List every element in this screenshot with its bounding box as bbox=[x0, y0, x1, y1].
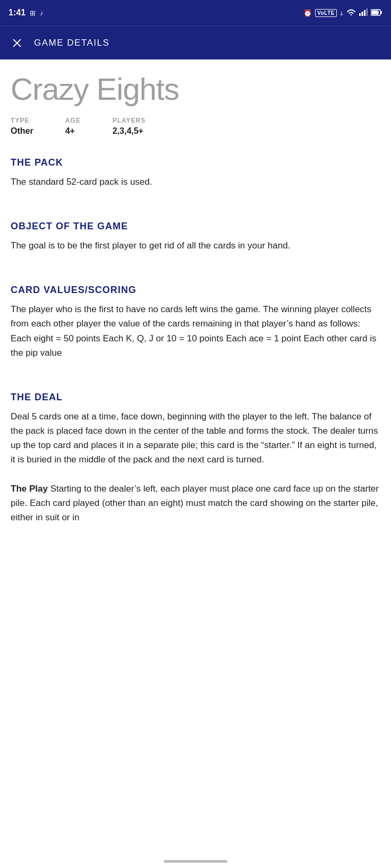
section-heading-object-of-game: OBJECT OF THE GAME bbox=[11, 221, 380, 232]
vibrate-icon: ⫰ bbox=[340, 9, 343, 17]
meta-age-value: 4+ bbox=[65, 126, 81, 136]
meta-players: PLAYERS 2,3,4,5+ bbox=[113, 117, 146, 136]
svg-rect-5 bbox=[381, 11, 382, 14]
close-button[interactable] bbox=[11, 37, 23, 49]
meta-players-label: PLAYERS bbox=[113, 117, 146, 124]
status-bar-left: 1:41 ⊞ ♪ bbox=[8, 8, 44, 18]
svg-rect-1 bbox=[362, 12, 363, 16]
section-object-of-game: OBJECT OF THE GAMEThe goal is to be the … bbox=[11, 221, 380, 253]
section-the-pack: THE PACKThe standard 52-card pack is use… bbox=[11, 157, 380, 189]
meta-age: AGE 4+ bbox=[65, 117, 81, 136]
signal-icon bbox=[359, 8, 368, 18]
section-card-values: CARD VALUES/SCORINGThe player who is the… bbox=[11, 285, 380, 360]
main-content: Crazy Eights TYPE Other AGE 4+ PLAYERS 2… bbox=[0, 59, 391, 578]
status-time: 1:41 bbox=[8, 8, 26, 18]
meta-type-label: TYPE bbox=[11, 117, 33, 124]
screenshot-icon: ⊞ bbox=[30, 9, 36, 17]
section-the-deal: THE DEALDeal 5 cards one at a time, face… bbox=[11, 392, 380, 525]
sections-container: THE PACKThe standard 52-card pack is use… bbox=[11, 157, 380, 557]
music-icon: ♪ bbox=[40, 9, 44, 17]
meta-row: TYPE Other AGE 4+ PLAYERS 2,3,4,5+ bbox=[11, 117, 380, 136]
meta-age-label: AGE bbox=[65, 117, 81, 124]
meta-type: TYPE Other bbox=[11, 117, 33, 136]
section-body-the-deal: Deal 5 cards one at a time, face down, b… bbox=[11, 409, 380, 525]
meta-players-value: 2,3,4,5+ bbox=[113, 126, 146, 136]
status-bar: 1:41 ⊞ ♪ ⏰ VoLTE ⫰ bbox=[0, 0, 391, 25]
game-title: Crazy Eights bbox=[11, 72, 380, 106]
section-body-card-values: The player who is the first to have no c… bbox=[11, 302, 380, 360]
scroll-indicator bbox=[164, 860, 227, 863]
battery-icon bbox=[371, 8, 382, 18]
status-bar-right: ⏰ VoLTE ⫰ bbox=[303, 8, 382, 18]
svg-rect-3 bbox=[367, 8, 368, 16]
section-heading-card-values: CARD VALUES/SCORING bbox=[11, 285, 380, 296]
svg-rect-0 bbox=[359, 13, 361, 16]
toolbar: GAME DETAILS bbox=[0, 25, 391, 59]
wifi-icon bbox=[346, 8, 356, 18]
svg-rect-6 bbox=[372, 10, 379, 14]
alarm-icon: ⏰ bbox=[303, 9, 312, 17]
svg-rect-2 bbox=[364, 10, 366, 16]
section-bold-the-deal: The Play bbox=[11, 484, 48, 494]
section-body-the-pack: The standard 52-card pack is used. bbox=[11, 175, 380, 189]
section-heading-the-pack: THE PACK bbox=[11, 157, 380, 168]
section-heading-the-deal: THE DEAL bbox=[11, 392, 380, 403]
section-body-object-of-game: The goal is to be the first player to ge… bbox=[11, 238, 380, 253]
toolbar-title: GAME DETAILS bbox=[34, 38, 109, 48]
meta-type-value: Other bbox=[11, 126, 33, 136]
volte-icon: VoLTE bbox=[315, 9, 337, 17]
